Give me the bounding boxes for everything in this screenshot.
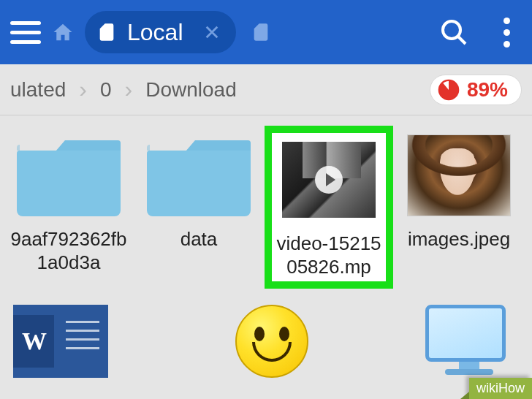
tab-label: Local xyxy=(127,19,183,46)
file-item-folder[interactable]: 9aaf792362fb1a0d3a xyxy=(10,132,127,283)
wikihow-watermark: wikiHow xyxy=(469,378,532,399)
file-label: video-1521505826.mp xyxy=(273,232,384,278)
sdcard-secondary-icon[interactable] xyxy=(251,22,271,42)
folder-icon xyxy=(147,132,251,219)
breadcrumb-item[interactable]: 0 xyxy=(100,78,112,102)
word-doc-icon: W xyxy=(13,305,108,378)
top-toolbar: Local xyxy=(0,0,532,64)
file-label: 9aaf792362fb1a0d3a xyxy=(10,228,127,274)
file-item-document[interactable]: W xyxy=(13,305,108,378)
home-icon[interactable] xyxy=(51,20,75,44)
search-icon[interactable] xyxy=(438,17,469,48)
monitor-icon xyxy=(425,305,513,378)
file-item-folder[interactable]: data xyxy=(140,132,257,283)
storage-pie-icon xyxy=(438,79,460,101)
breadcrumb-item[interactable]: ulated xyxy=(10,78,66,102)
chevron-right-icon: › xyxy=(79,76,87,103)
smiley-icon xyxy=(235,305,308,378)
svg-point-0 xyxy=(443,21,460,39)
breadcrumb: ulated › 0 › Download 89% xyxy=(0,64,532,115)
file-grid: 9aaf792362fb1a0d3a data video-1521505826… xyxy=(0,115,532,299)
storage-percent: 89% xyxy=(467,78,508,102)
play-icon xyxy=(315,166,343,194)
file-item-video-highlighted[interactable]: video-1521505826.mp xyxy=(270,132,387,283)
sdcard-icon xyxy=(96,22,117,42)
file-label: data xyxy=(180,228,218,251)
image-thumbnail xyxy=(407,132,511,219)
folder-icon xyxy=(17,132,121,219)
breadcrumb-item[interactable]: Download xyxy=(145,78,237,102)
file-label: images.jpeg xyxy=(408,228,510,251)
tab-local[interactable]: Local xyxy=(85,11,236,53)
file-grid-row2: W xyxy=(0,299,532,378)
file-item-image[interactable] xyxy=(196,305,308,378)
file-item-image[interactable]: images.jpeg xyxy=(400,132,517,283)
overflow-menu-icon[interactable] xyxy=(491,17,522,48)
file-item-image[interactable] xyxy=(396,305,513,378)
menu-icon[interactable] xyxy=(10,17,41,48)
video-thumbnail xyxy=(277,136,381,224)
close-icon[interactable] xyxy=(202,23,221,42)
storage-badge[interactable]: 89% xyxy=(430,75,522,105)
chevron-right-icon: › xyxy=(125,76,133,103)
